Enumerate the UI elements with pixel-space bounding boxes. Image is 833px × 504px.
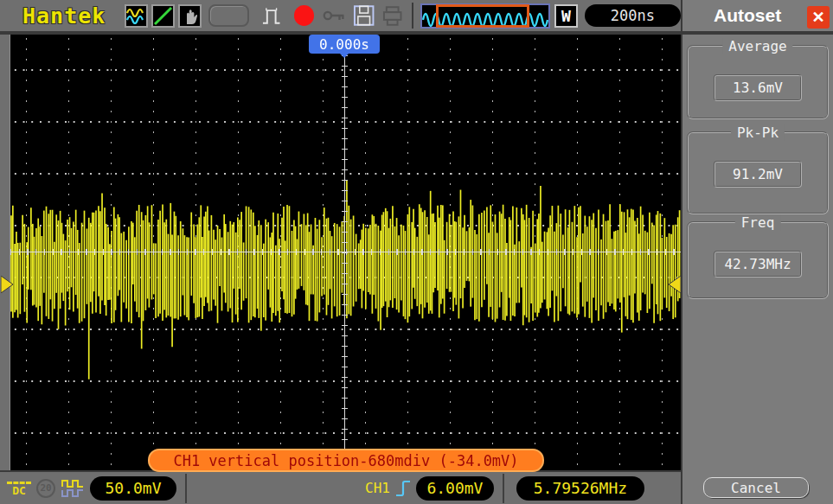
- measurement-group-pkpk: Pk-Pk 91.2mV: [687, 131, 829, 214]
- frequency-counter-readout: 5.79526MHz: [516, 476, 644, 501]
- wide-mode-button[interactable]: W: [554, 4, 577, 28]
- autoset-panel: Autoset ✕ Average 13.6mV Pk-Pk 91.2mV Fr…: [681, 0, 833, 504]
- trigger-position-arrow-left[interactable]: [1, 276, 13, 293]
- pulse-icon[interactable]: [261, 4, 283, 27]
- cancel-button[interactable]: Cancel: [703, 477, 809, 498]
- waveform-preview[interactable]: [420, 3, 550, 29]
- panel-title: Autoset: [714, 5, 781, 26]
- statusbar-divider-1: [185, 474, 187, 503]
- oscilloscope-app: Hantek: [0, 0, 833, 504]
- autoset-header: Autoset ✕: [682, 0, 833, 35]
- save-floppy-icon[interactable]: [353, 4, 375, 27]
- measurement-group-average: Average 13.6mV: [687, 45, 829, 119]
- toolbar-divider: [412, 3, 413, 29]
- bandwidth-limit-badge[interactable]: 20: [36, 479, 55, 498]
- measurement-label: Average: [722, 38, 792, 54]
- print-icon[interactable]: [381, 4, 403, 27]
- trigger-channel-label[interactable]: CH1: [365, 480, 390, 496]
- square-wave-icon[interactable]: [61, 478, 84, 499]
- trigger-level-readout[interactable]: 6.00mV: [416, 476, 494, 501]
- volts-per-div-readout[interactable]: 50.0mV: [90, 476, 176, 501]
- diagonal-line-icon: [153, 6, 173, 26]
- record-button[interactable]: [294, 5, 314, 26]
- rising-edge-icon[interactable]: [394, 477, 412, 500]
- position-notification: CH1 vertical position-680mdiv (-34.0mV): [148, 449, 544, 472]
- pan-button[interactable]: [178, 4, 202, 28]
- close-icon: ✕: [811, 8, 824, 27]
- brand-logo: Hantek: [22, 3, 106, 29]
- measurement-label: Freq: [735, 214, 781, 231]
- key-lock-icon[interactable]: [323, 8, 346, 23]
- scope-display: 0.000s CH1 vertical position-680mdiv (-3…: [10, 35, 681, 470]
- cursor-button[interactable]: [151, 4, 175, 28]
- channels-button[interactable]: [125, 4, 148, 28]
- display-blank-box: [208, 4, 249, 27]
- statusbar-divider-2: [503, 474, 504, 503]
- coupling-label: DC: [12, 484, 26, 497]
- measurement-value: 42.73MHz: [714, 251, 802, 278]
- coupling-dc-icon[interactable]: DC: [7, 482, 31, 495]
- time-offset-marker[interactable]: 0.000s: [309, 35, 380, 54]
- timebase-readout[interactable]: 200ns: [585, 4, 681, 27]
- channel-waves-icon: [126, 6, 146, 26]
- preview-window-marker[interactable]: [436, 4, 529, 28]
- vertical-axis: [344, 35, 345, 470]
- measurement-value: 13.6mV: [714, 74, 802, 101]
- toolbar: Hantek: [0, 0, 681, 35]
- trigger-position-arrow-right[interactable]: [669, 276, 681, 293]
- status-bar: DC 20 50.0mV CH1 6.00mV 5.79526MHz: [0, 470, 681, 504]
- measurement-group-freq: Freq 42.73MHz: [687, 221, 829, 299]
- close-button[interactable]: ✕: [807, 6, 830, 29]
- hand-icon: [180, 6, 200, 26]
- measurement-value: 91.2mV: [714, 161, 802, 188]
- measurement-label: Pk-Pk: [731, 124, 785, 141]
